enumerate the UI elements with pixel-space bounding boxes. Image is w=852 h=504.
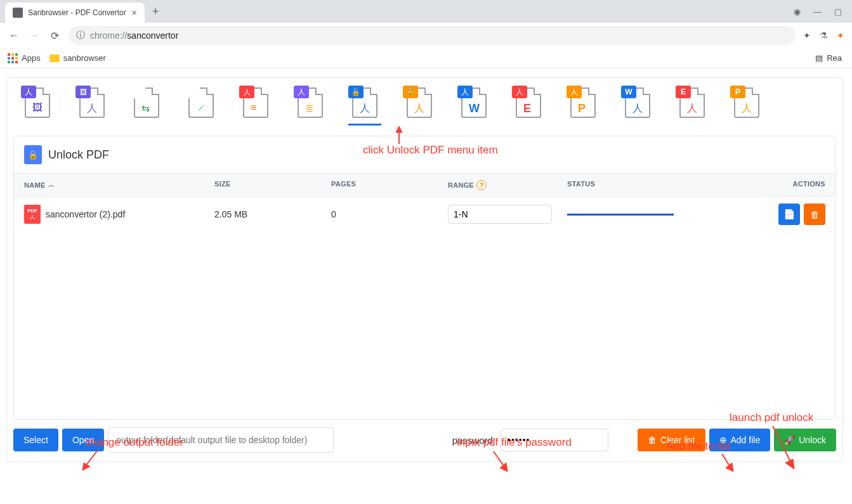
tool-badge-icon: 人 <box>294 86 309 98</box>
tool-inner-icon: P <box>578 102 586 115</box>
site-info-icon[interactable]: ⓘ <box>76 30 85 41</box>
tool-protect-pdf[interactable]: 🔒人 <box>403 84 436 126</box>
tool-badge-icon: P <box>730 86 745 98</box>
bookmark-sanbrowser[interactable]: sanbrowser <box>49 53 106 63</box>
reading-list-icon: ▤ <box>815 53 823 63</box>
svg-marker-1 <box>396 126 402 132</box>
apps-button[interactable]: Apps <box>8 53 41 63</box>
tool-inner-icon: 人 <box>414 102 424 115</box>
tool-menu: 人🖼🖼人人⇆人⟋人≡人≣🔓人🔒人人W人E人PW人E人P人 <box>7 78 842 129</box>
tool-inner-icon: 人 <box>742 102 752 115</box>
output-folder-input[interactable] <box>108 427 334 453</box>
section-title: 🔓 Unlock PDF <box>14 136 836 173</box>
progress-bar <box>567 214 674 216</box>
tool-inner-icon: ⟋ <box>196 102 206 113</box>
add-file-button[interactable]: ⊕Add file <box>709 429 771 451</box>
tool-rotate-pdf[interactable]: 人⟋ <box>185 84 218 126</box>
tool-word-to-pdf[interactable]: 人W <box>457 84 490 126</box>
tab-title: Sanbrowser - PDF Convertor <box>28 8 127 17</box>
flask-icon[interactable]: ⚗ <box>820 30 828 41</box>
minimize-icon[interactable]: — <box>813 7 822 16</box>
tool-inner-icon: 人 <box>687 102 697 115</box>
tool-badge-icon: 人 <box>567 86 582 98</box>
empty-area <box>14 231 836 419</box>
tool-split-pdf[interactable]: 人⇆ <box>130 84 163 126</box>
tool-badge-icon: 🖼 <box>75 86 91 98</box>
back-button[interactable]: ← <box>8 30 20 41</box>
cell-status <box>567 214 733 216</box>
tool-merge-pdf[interactable]: 人≡ <box>239 84 272 126</box>
tool-inner-icon: 人 <box>632 102 643 115</box>
tool-pdf-to-word[interactable]: W人 <box>621 84 654 126</box>
svg-marker-7 <box>726 463 733 472</box>
browser-tab[interactable]: Sanbrowser - PDF Convertor × <box>5 3 145 23</box>
tool-pdf-to-text[interactable]: 人≣ <box>294 84 327 126</box>
forward-button[interactable]: → <box>28 30 41 41</box>
range-input[interactable] <box>448 205 552 224</box>
svg-marker-5 <box>500 463 508 472</box>
add-file-icon: ⊕ <box>719 435 727 445</box>
tool-badge-icon: W <box>621 86 636 98</box>
address-bar[interactable]: ⓘ chrome://sanconvertor <box>69 26 796 45</box>
password-label: password: <box>452 435 495 446</box>
tool-badge-icon: 人 <box>185 86 200 98</box>
col-status[interactable]: STATUS <box>567 180 733 190</box>
col-pages[interactable]: PAGES <box>331 180 448 190</box>
avatar-icon[interactable]: ◉ <box>794 7 801 16</box>
col-size[interactable]: SIZE <box>214 180 331 190</box>
maximize-icon[interactable]: ▢ <box>834 7 842 16</box>
cell-name: PDF人 sanconvertor (2).pdf <box>24 205 214 224</box>
extensions-icon[interactable]: ✦ <box>803 30 811 41</box>
tool-badge-icon: 人 <box>21 86 36 98</box>
row-view-button[interactable]: 📄 <box>778 204 800 225</box>
cell-range <box>448 205 567 224</box>
tool-inner-icon: ≡ <box>251 102 256 113</box>
tool-image-to-pdf[interactable]: 🖼人 <box>75 84 108 126</box>
tool-inner-icon: W <box>469 102 480 115</box>
close-tab-icon[interactable]: × <box>132 8 137 18</box>
arrow-icon <box>717 451 742 474</box>
table-header: NAME ︿ SIZE PAGES RANGE ? STATUS ACTIONS <box>14 173 836 197</box>
tool-inner-icon: ≣ <box>305 102 313 114</box>
arrow-icon <box>390 126 409 145</box>
reload-button[interactable]: ⟳ <box>48 30 61 42</box>
tab-favicon <box>13 8 23 18</box>
new-tab-button[interactable]: + <box>152 5 159 18</box>
tool-badge-icon: 人 <box>239 86 254 98</box>
arrow-icon <box>488 449 514 474</box>
password-input[interactable] <box>501 429 608 451</box>
tool-inner-icon: ⇆ <box>141 102 150 114</box>
select-folder-button[interactable]: Select <box>13 429 58 451</box>
row-delete-button[interactable]: 🗑 <box>804 204 825 225</box>
tool-badge-icon: 人 <box>130 86 145 98</box>
reading-list-button[interactable]: ▤ Rea <box>815 53 842 63</box>
col-actions: ACTIONS <box>792 180 825 190</box>
tool-pdf-to-ppt[interactable]: P人 <box>730 84 763 126</box>
col-name[interactable]: NAME ︿ <box>24 180 214 190</box>
cell-size: 2.05 MB <box>214 209 331 219</box>
tool-unlock-pdf[interactable]: 🔓人 <box>348 84 381 126</box>
table-row: PDF人 sanconvertor (2).pdf 2.05 MB 0 📄 🗑 <box>14 197 836 231</box>
url-text: chrome://sanconvertor <box>90 30 178 41</box>
unlock-pdf-icon: 🔓 <box>24 145 42 164</box>
tool-badge-icon: 人 <box>512 86 527 98</box>
tool-ppt-to-pdf[interactable]: 人P <box>567 84 600 126</box>
tool-pdf-to-image[interactable]: 人🖼 <box>21 84 54 126</box>
tool-inner-icon: 🖼 <box>32 102 43 113</box>
tool-pdf-to-excel[interactable]: E人 <box>676 84 709 126</box>
trash-icon: 🗑 <box>648 435 657 445</box>
tool-badge-icon: 人 <box>457 86 473 98</box>
help-icon[interactable]: ? <box>476 180 487 190</box>
tool-inner-icon: 人 <box>360 102 370 115</box>
sort-asc-icon: ︿ <box>48 181 55 190</box>
star-icon[interactable]: ✦ <box>837 30 844 41</box>
clear-list-button[interactable]: 🗑Clear list <box>638 429 705 451</box>
cell-pages: 0 <box>331 209 448 219</box>
folder-icon <box>49 55 60 62</box>
arrow-icon <box>79 448 104 473</box>
col-range[interactable]: RANGE ? <box>448 180 567 190</box>
pdf-file-icon: PDF人 <box>24 205 41 224</box>
svg-line-2 <box>85 450 98 467</box>
tool-badge-icon: 🔓 <box>348 86 364 98</box>
tool-excel-to-pdf[interactable]: 人E <box>512 84 545 126</box>
